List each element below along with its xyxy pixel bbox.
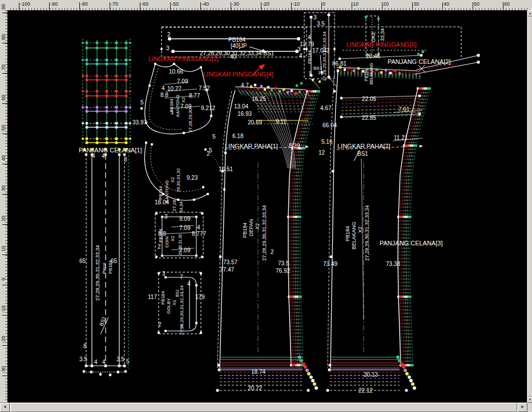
grading-point[interactable] (405, 389, 408, 391)
grading-point[interactable] (95, 58, 98, 61)
grading-point[interactable] (95, 110, 98, 112)
grading-point[interactable] (105, 126, 108, 128)
grading-point[interactable] (357, 67, 360, 70)
grading-point[interactable] (124, 110, 127, 112)
grading-point[interactable] (124, 58, 127, 61)
grading-point[interactable] (319, 80, 321, 83)
horizontal-scrollbar[interactable]: ◄ ► (0, 402, 527, 412)
grading-point[interactable] (85, 74, 88, 77)
grading-point[interactable] (304, 365, 307, 369)
grading-point[interactable] (115, 46, 118, 49)
horizontal-scroll-thumb[interactable] (10, 403, 517, 412)
grading-point[interactable] (260, 85, 263, 88)
grading-point[interactable] (95, 78, 98, 81)
grading-point[interactable] (394, 70, 397, 72)
grading-point[interactable] (344, 68, 346, 71)
grading-point[interactable] (333, 48, 336, 50)
grading-point[interactable] (396, 356, 400, 359)
grading-point[interactable] (82, 106, 84, 108)
piece-kantong-2[interactable] (144, 142, 225, 201)
grading-point[interactable] (105, 106, 108, 108)
grading-point[interactable] (398, 359, 401, 362)
grading-point[interactable] (217, 364, 220, 367)
grading-point[interactable] (313, 382, 316, 386)
grading-point[interactable] (299, 216, 301, 218)
grading-point[interactable] (202, 186, 204, 188)
grading-point[interactable] (82, 75, 84, 77)
piece-belakang[interactable] (328, 50, 478, 390)
grading-point[interactable] (124, 122, 127, 124)
grading-point[interactable] (415, 144, 417, 147)
grading-point[interactable] (95, 46, 98, 49)
grading-point[interactable] (333, 90, 336, 93)
grading-point[interactable] (155, 256, 158, 258)
grading-point[interactable] (123, 154, 126, 156)
grading-point[interactable] (173, 63, 175, 65)
grading-point[interactable] (257, 87, 260, 90)
grading-point[interactable] (477, 54, 480, 57)
grading-point[interactable] (200, 272, 202, 274)
grading-point[interactable] (224, 152, 227, 155)
grading-point[interactable] (85, 78, 88, 81)
grading-point[interactable] (129, 122, 131, 124)
grading-point[interactable] (296, 84, 299, 87)
grading-point[interactable] (264, 88, 267, 91)
piece-waistband[interactable] (83, 148, 128, 376)
grading-point[interactable] (300, 82, 303, 85)
grading-point[interactable] (404, 369, 407, 372)
grading-point[interactable] (329, 364, 332, 367)
grading-point[interactable] (105, 62, 108, 65)
grading-point[interactable] (82, 90, 84, 92)
grading-point[interactable] (95, 126, 98, 128)
grading-point[interactable] (299, 91, 301, 94)
vertical-scroll-thumb[interactable] (527, 17, 532, 397)
grading-point[interactable] (115, 94, 118, 97)
grading-point[interactable] (409, 379, 413, 382)
scroll-left-button[interactable]: ◄ (0, 403, 10, 412)
grading-point[interactable] (85, 126, 88, 128)
grading-point[interactable] (115, 74, 118, 77)
grading-point[interactable] (411, 382, 414, 386)
grading-point[interactable] (124, 126, 127, 128)
grading-point[interactable] (402, 365, 405, 369)
grading-point[interactable] (418, 113, 421, 116)
grading-point[interactable] (413, 386, 416, 390)
grading-point[interactable] (105, 122, 108, 124)
grading-point[interactable] (115, 90, 118, 92)
grading-point[interactable] (95, 137, 98, 140)
grading-point[interactable] (385, 69, 388, 72)
grading-point[interactable] (95, 90, 98, 92)
grading-point[interactable] (193, 199, 195, 201)
grading-point[interactable] (158, 332, 160, 334)
grading-point[interactable] (267, 86, 270, 89)
grading-point[interactable] (161, 255, 163, 257)
grading-point[interactable] (409, 296, 412, 298)
grading-point[interactable] (195, 284, 198, 286)
grading-point[interactable] (109, 374, 112, 377)
grading-point[interactable] (82, 122, 84, 124)
grading-point[interactable] (115, 137, 118, 140)
grading-point[interactable] (124, 78, 127, 81)
grading-point[interactable] (332, 170, 334, 173)
grading-point[interactable] (305, 48, 308, 50)
grading-point[interactable] (161, 216, 163, 218)
grading-point[interactable] (140, 107, 143, 110)
grading-point[interactable] (115, 141, 118, 144)
grading-point[interactable] (85, 110, 88, 112)
grading-point[interactable] (82, 42, 84, 44)
grading-point[interactable] (303, 147, 305, 150)
grading-point[interactable] (155, 212, 158, 215)
grading-point[interactable] (365, 16, 368, 19)
grading-point[interactable] (200, 332, 202, 334)
grading-point[interactable] (105, 90, 108, 92)
grading-point[interactable] (82, 138, 84, 140)
grading-point[interactable] (326, 389, 329, 391)
grading-point[interactable] (217, 368, 220, 371)
grading-point[interactable] (311, 379, 315, 382)
grading-point[interactable] (85, 154, 88, 156)
grading-point[interactable] (151, 143, 153, 146)
grading-point[interactable] (201, 256, 203, 258)
grading-point[interactable] (124, 94, 127, 97)
grading-point[interactable] (115, 62, 118, 65)
grading-point[interactable] (85, 62, 88, 65)
